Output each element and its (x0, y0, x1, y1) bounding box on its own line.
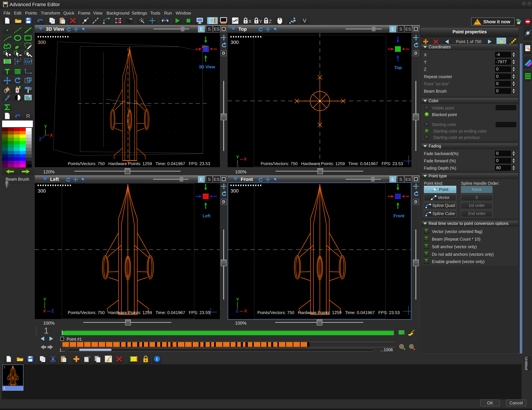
svg-text:R: R (26, 113, 30, 119)
svg-text:Y: Y (44, 124, 47, 129)
svg-text:X: X (248, 19, 252, 24)
svg-text:Z: Z (236, 308, 238, 313)
svg-text:V: V (303, 18, 306, 23)
svg-text:?: ? (20, 58, 21, 61)
svg-text:X: X (43, 308, 46, 313)
svg-text:F: F (14, 58, 16, 61)
svg-text:X: X (244, 156, 247, 162)
svg-text:300: 300 (38, 39, 46, 45)
svg-text:Y: Y (259, 19, 262, 24)
svg-text:Y: Y (236, 297, 239, 302)
svg-text:X: X (50, 133, 53, 138)
svg-text:300: 300 (230, 39, 239, 45)
svg-text:Z: Z (39, 137, 42, 141)
svg-text:Z: Z (51, 308, 54, 313)
svg-text:Z: Z (269, 19, 272, 24)
svg-text:X: X (244, 308, 247, 313)
svg-text:*: * (476, 20, 478, 25)
svg-text:Z: Z (236, 165, 239, 167)
svg-text:CUT: CUT (25, 60, 32, 64)
svg-text:E: E (14, 62, 16, 65)
svg-text:o: o (52, 358, 54, 360)
svg-text:Y: Y (43, 297, 46, 302)
svg-text:Points/Vectors: 750 Hardware: Points/Vectors: 750 Hardware Points: 125… (68, 310, 210, 315)
svg-text:300: 300 (230, 188, 239, 194)
svg-text:Points/Vectors: 750 Hardware: Points/Vectors: 750 Hardware Points: 125… (257, 310, 400, 315)
svg-text:i: i (156, 357, 158, 362)
svg-text:Points/Vectors: 750 Hardware: Points/Vectors: 750 Hardware Points: 125… (68, 161, 210, 166)
svg-text:Points/Vectors: 750 Hardware: Points/Vectors: 750 Hardware Points: 125… (261, 161, 403, 166)
svg-text:300: 300 (38, 188, 46, 194)
svg-text:Y: Y (236, 155, 239, 159)
